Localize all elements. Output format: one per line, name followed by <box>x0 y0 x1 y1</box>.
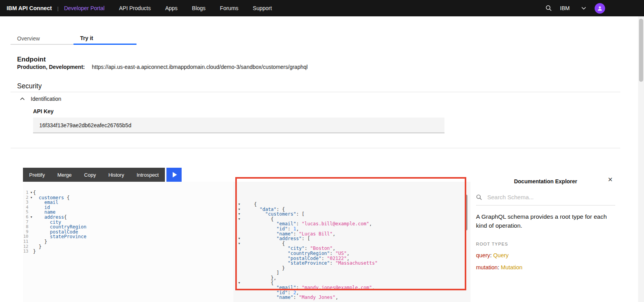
code-line: 3 email <box>23 200 233 205</box>
schema-description: A GraphQL schema provides a root type fo… <box>476 212 615 230</box>
code-text: "name": "Mandy Jones", <box>254 295 338 300</box>
root-types-label: ROOT TYPES <box>476 242 615 246</box>
nav-item-apps[interactable]: Apps <box>165 5 178 11</box>
nav-item-support[interactable]: Support <box>253 5 272 11</box>
divider <box>10 92 620 92</box>
root-type-mutation[interactable]: mutation: Mutation <box>476 264 615 270</box>
code-line: 13} <box>23 249 233 254</box>
api-key-label: API Key <box>33 108 54 114</box>
fold-gutter <box>236 251 242 256</box>
fold-gutter <box>30 205 33 210</box>
fold-gutter <box>236 232 242 237</box>
identification-label: Identification <box>31 96 61 102</box>
introspect-button[interactable]: Introspect <box>130 168 165 182</box>
execute-button[interactable] <box>166 168 182 182</box>
copy-button[interactable]: Copy <box>78 168 102 182</box>
fold-arrow-icon[interactable]: ▼ <box>236 236 242 241</box>
merge-button[interactable]: Merge <box>51 168 78 182</box>
page-scrollbar-thumb[interactable] <box>639 19 643 82</box>
line-number: 1 <box>23 190 28 195</box>
fold-arrow-icon[interactable]: ▼ <box>236 202 242 207</box>
response-scrollbar[interactable] <box>465 195 467 230</box>
user-avatar-icon[interactable] <box>595 3 605 14</box>
nav-right: IBM <box>545 3 605 14</box>
fold-gutter <box>236 285 242 290</box>
tab-overview[interactable]: Overview <box>10 33 74 45</box>
chevron-up-icon[interactable] <box>20 97 25 100</box>
fold-gutter <box>30 249 33 254</box>
security-heading: Security <box>17 82 42 90</box>
root-type-link[interactable]: Query <box>493 252 509 258</box>
line-number: 13 <box>23 249 28 254</box>
fold-gutter <box>236 226 242 232</box>
nav-item-forums[interactable]: Forums <box>220 5 238 11</box>
fold-arrow-icon[interactable]: ▼ <box>236 281 242 286</box>
endpoint-row: Production, Development: https://api.us-… <box>17 64 308 70</box>
response-viewer: ▼{▼ "data": {▼ "customers": [▼ { "email"… <box>233 182 471 302</box>
fold-gutter <box>30 210 33 215</box>
prettify-button[interactable]: Prettify <box>23 168 51 182</box>
nav-item-developer-portal[interactable]: Developer Portal <box>64 5 105 11</box>
graphiql-editor: 1▼{2▼ customers {3 email4 id5 name6▼ add… <box>23 182 471 302</box>
endpoint-env-label: Production, Development: <box>17 64 85 70</box>
endpoint-url: https://api.us-east-a.apiconnect.ibmappd… <box>92 64 308 70</box>
schema-search[interactable] <box>476 194 615 205</box>
code-text: } <box>33 249 36 254</box>
code-line: 10 stateProvince <box>23 234 233 239</box>
root-type-query[interactable]: query: Query <box>476 252 615 258</box>
schema-search-input[interactable] <box>487 194 604 200</box>
tab-bar: OverviewTry it <box>10 33 136 45</box>
line-number: 6 <box>23 215 28 220</box>
divider <box>10 148 620 148</box>
fold-gutter <box>236 221 242 226</box>
response-code: ▼{▼ "data": {▼ "customers": [▼ { "email"… <box>233 202 471 300</box>
root-types-list: query: Querymutation: Mutation <box>471 252 621 270</box>
fold-arrow-icon[interactable]: ▼ <box>236 217 242 222</box>
tab-try-it[interactable]: Try it <box>74 33 136 45</box>
fold-gutter <box>236 270 242 276</box>
fold-arrow-icon[interactable]: ▼ <box>236 241 242 246</box>
fold-gutter <box>30 200 33 205</box>
code-line: 11 } <box>23 239 233 244</box>
fold-arrow-icon[interactable]: ▼ <box>30 215 33 220</box>
page-scrollbar[interactable] <box>638 16 644 302</box>
line-number: 8 <box>23 225 28 230</box>
fold-arrow-icon[interactable]: ▼ <box>236 207 242 212</box>
doc-explorer: Documentation Explorer ✕ A GraphQL schem… <box>471 168 621 302</box>
toolbar-buttons: PrettifyMergeCopyHistoryIntrospect <box>23 168 165 182</box>
code-line: 12 } <box>23 244 233 249</box>
fold-gutter <box>236 246 242 251</box>
fold-gutter <box>236 276 242 281</box>
root-type-link[interactable]: Mutation <box>501 264 523 270</box>
doc-explorer-title: Documentation Explorer <box>471 178 621 184</box>
identification-toggle[interactable]: Identification <box>20 95 61 103</box>
magnifier-icon <box>476 194 482 200</box>
history-button[interactable]: History <box>102 168 130 182</box>
line-number: 11 <box>23 239 28 244</box>
endpoint-heading: Endpoint <box>17 56 46 63</box>
fold-arrow-icon[interactable]: ▼ <box>236 212 242 217</box>
fold-gutter <box>30 234 33 239</box>
nav-item-blogs[interactable]: Blogs <box>192 5 206 11</box>
chevron-down-icon[interactable] <box>581 7 586 10</box>
fold-gutter <box>30 230 33 235</box>
nav-items: Developer PortalAPI ProductsAppsBlogsFor… <box>64 5 272 11</box>
query-editor[interactable]: 1▼{2▼ customers {3 email4 id5 name6▼ add… <box>23 182 233 302</box>
query-code[interactable]: 1▼{2▼ customers {3 email4 id5 name6▼ add… <box>23 190 233 254</box>
graphiql-toolbar: PrettifyMergeCopyHistoryIntrospect <box>23 168 182 182</box>
fold-gutter <box>30 239 33 244</box>
close-button[interactable]: ✕ <box>608 177 613 183</box>
fold-arrow-icon[interactable]: ▼ <box>30 195 33 200</box>
search-icon[interactable] <box>545 5 552 12</box>
fold-gutter <box>236 256 242 261</box>
line-number: 3 <box>23 200 28 205</box>
fold-arrow-icon[interactable]: ▼ <box>30 190 33 195</box>
root-type-field: mutation <box>476 264 498 270</box>
root-type-colon: : <box>498 264 501 270</box>
fold-gutter <box>30 244 33 249</box>
fold-gutter <box>236 266 242 271</box>
api-key-input[interactable] <box>33 118 444 133</box>
ibm-menu-label[interactable]: IBM <box>560 5 570 11</box>
play-icon <box>173 172 177 177</box>
nav-item-api-products[interactable]: API Products <box>119 5 151 11</box>
